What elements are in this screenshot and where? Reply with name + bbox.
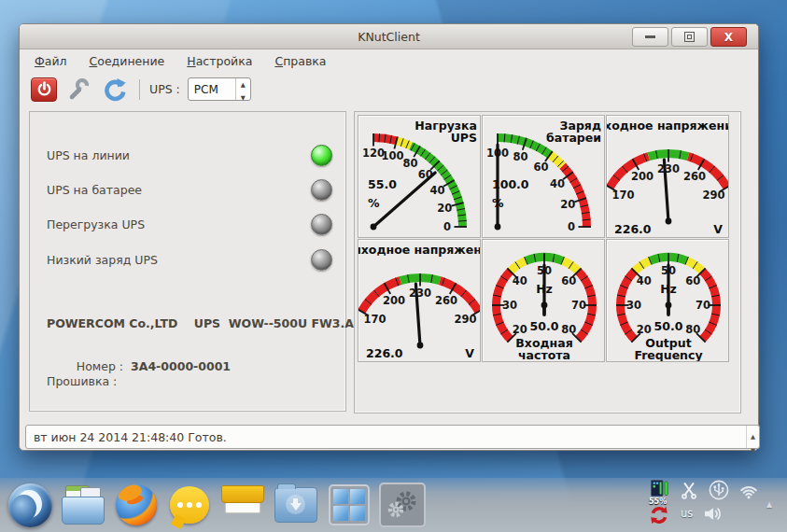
clipboard-tool[interactable] [681,482,697,503]
ups-select-value: PCM [189,83,235,96]
ups-select[interactable]: PCM [188,77,251,101]
status-scrollbar[interactable] [746,426,759,448]
svg-text:20: 20 [560,198,575,211]
downloads-folder[interactable] [273,483,319,527]
firefox-browser[interactable] [113,483,160,527]
keyboard-layout-indicator[interactable]: us [681,507,693,520]
ups-model-line: POWERCOM Co.,LTD UPS WOW--500U FW3.A4 [47,316,362,330]
pager-icon [329,484,370,525]
firmware-label: Прошивка : [47,374,117,388]
pager-pane [333,489,348,504]
svg-text:100: 100 [381,149,403,162]
svg-text:226.0: 226.0 [614,222,652,236]
chat-messenger[interactable] [166,483,213,527]
status-text: вт июн 24 2014 21:48:40 Готов. [34,430,227,444]
scroll-down-icon [751,441,755,455]
svg-text:40: 40 [513,274,527,287]
svg-text:V: V [713,222,723,236]
taskbar: 55% [0,478,787,532]
indicator-label: Низкий заряд UPS [47,253,158,267]
ups-select-spinner[interactable] [235,78,250,100]
svg-text:UPS: UPS [451,131,477,145]
svg-text:230: 230 [409,287,431,300]
chat-bubble-icon [170,486,209,524]
menu-connection[interactable]: Соединение [90,54,165,68]
toolbar: UPS : PCM [20,73,758,105]
gauge-battery-charge: 020406080100Зарядбатареи100.0% [482,115,605,238]
svg-text:70: 70 [696,299,710,312]
indicator-row-low-battery: Низкий заряд UPS [47,248,332,271]
ups-label: UPS : [149,82,180,96]
menu-file[interactable]: Файл [35,54,67,68]
svg-text:0: 0 [443,220,451,233]
svg-text:80: 80 [402,157,417,170]
mail-client[interactable] [219,483,266,527]
svg-text:40: 40 [429,184,444,197]
svg-text:30: 30 [626,299,641,312]
svg-text:290: 290 [454,313,476,326]
titlebar[interactable]: KNutClient X [20,24,758,49]
launcher-orb-icon [8,483,52,527]
output-voltage-gauge-svg: 170200230260290ыходное напряжени226.0V [358,240,481,362]
download-circle-decor [286,495,305,514]
svg-text:40: 40 [637,274,652,287]
svg-text:290: 290 [702,189,724,202]
battery-monitor-icon [651,480,669,497]
update-notifier[interactable] [649,505,669,529]
power-disconnect-button[interactable] [31,77,57,102]
svg-text:V: V [465,346,474,360]
volume-tray[interactable] [703,506,724,525]
svg-text:20: 20 [637,323,652,336]
desktop: KNutClient X Файл Соединение Настройка С… [0,0,787,532]
indicator-label: Перегрузка UPS [47,217,145,231]
desktop-pager[interactable] [326,483,372,527]
svg-text:120: 120 [362,147,385,160]
input-frequency-gauge-svg: 20304050607080Hz50.0Входнаячастота [483,240,605,362]
svg-text:260: 260 [435,294,457,307]
led-low-battery [311,249,332,271]
wifi-tray[interactable] [738,483,759,503]
svg-text:80: 80 [561,323,576,336]
firefox-icon [116,484,157,525]
mail-tray-decor [221,485,264,503]
usb-device-tray[interactable] [709,480,729,504]
svg-text:260: 260 [683,170,706,183]
system-settings[interactable] [379,483,426,527]
refresh-button[interactable] [100,77,128,103]
svg-text:частота: частота [518,348,570,362]
svg-text:ыходное напряжени: ыходное напряжени [358,243,481,257]
svg-text:батареи: батареи [546,131,601,145]
svg-text:200: 200 [383,294,405,307]
folder-decor [62,497,105,525]
svg-text:30: 30 [502,299,517,312]
close-button[interactable]: X [710,27,747,47]
svg-text:200: 200 [631,170,653,183]
svg-text:%: % [368,196,380,210]
svg-text:60: 60 [685,274,700,287]
update-arrows-icon [649,505,669,525]
menu-settings[interactable]: Настройка [187,54,252,68]
svg-text:100.0: 100.0 [492,177,529,191]
svg-text:Hz: Hz [536,282,553,296]
tray-expand-button[interactable]: ▲ [766,500,772,509]
launcher-orb[interactable] [7,483,53,527]
file-manager[interactable] [60,483,106,527]
svg-text:Hz: Hz [660,282,677,296]
indicator-row-online: UPS на линии [47,144,332,166]
minimize-button[interactable] [632,27,668,47]
status-panel: UPS на линии UPS на батарее Перегрузка U… [29,111,346,412]
toolbar-separator [139,79,140,100]
configure-button[interactable] [64,77,92,103]
output-frequency-gauge-svg: 20304050607080Hz50.0OutputFrequency [607,240,729,362]
spinner-down-icon [241,90,246,103]
status-log-field[interactable]: вт июн 24 2014 21:48:40 Готов. [25,425,760,449]
serial-label: Номер : [77,359,131,373]
indicator-row-overload: Перегрузка UPS [47,213,332,235]
maximize-button[interactable] [671,27,708,47]
knutclient-window: KNutClient X Файл Соединение Настройка С… [19,23,759,451]
indicator-row-on-battery: UPS на батарее [47,178,332,201]
close-icon: X [724,31,733,44]
menu-help[interactable]: Справка [274,54,326,68]
wifi-icon [738,483,759,499]
system-tray: 55% [641,478,783,532]
